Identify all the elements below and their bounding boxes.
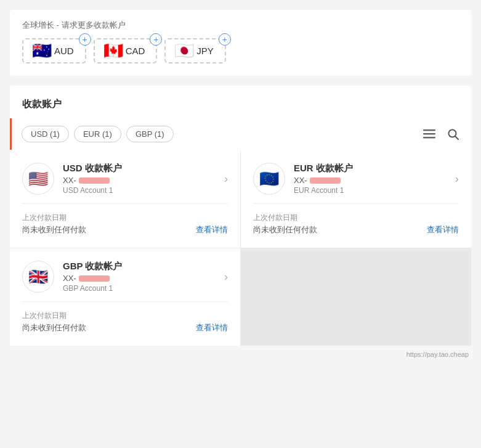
eur-flag-circle: 🇪🇺 (253, 163, 285, 195)
jpy-label: JPY (196, 46, 214, 56)
usd-account-card[interactable]: 🇺🇸 USD 收款帐户 XX- USD Account 1 › (10, 150, 240, 248)
eur-account-header: 🇪🇺 EUR 收款帐户 XX- EUR Account 1 › (253, 163, 459, 195)
eur-account-footer: 上次付款日期 尚未收到任何付款 查看详情 (253, 213, 459, 235)
gbp-account-name: GBP 收款帐户 (63, 261, 122, 272)
usd-payment-status: 尚未收到任何付款 (22, 224, 86, 235)
filter-tab-eur[interactable]: EUR (1) (74, 126, 121, 142)
gbp-account-details: GBP 收款帐户 XX- GBP Account 1 (63, 261, 122, 293)
page-wrapper: 全球增长 - 请求更多收款帐户 + 🇦🇺 AUD + 🇨🇦 CAD + 🇯🇵 J… (0, 0, 481, 448)
gbp-chevron-right-icon: › (224, 271, 228, 283)
add-aud-button[interactable]: + 🇦🇺 AUD (22, 38, 86, 63)
gbp-account-alias: GBP Account 1 (63, 284, 122, 293)
plus-icon-aud: + (79, 33, 91, 46)
cad-flag-icon: 🇨🇦 (106, 46, 121, 56)
add-jpy-button[interactable]: + 🇯🇵 JPY (164, 38, 226, 63)
gbp-payment-label: 上次付款日期 (22, 311, 86, 321)
usd-payment-info: 上次付款日期 尚未收到任何付款 (22, 213, 86, 235)
gbp-account-footer: 上次付款日期 尚未收到任何付款 查看详情 (22, 311, 228, 333)
filter-tab-usd[interactable]: USD (1) (22, 126, 69, 142)
usd-divider (22, 203, 228, 204)
gbp-account-info: 🇬🇧 GBP 收款帐户 XX- GBP Account 1 (22, 261, 122, 293)
eur-account-card[interactable]: 🇪🇺 EUR 收款帐户 XX- EUR Account 1 › (241, 150, 471, 248)
eur-view-details-link[interactable]: 查看详情 (427, 224, 459, 235)
filter-tab-gbp[interactable]: GBP (1) (126, 126, 174, 142)
svg-rect-0 (423, 129, 435, 131)
gbp-flag-circle: 🇬🇧 (22, 261, 54, 293)
filter-tabs: USD (1) EUR (1) GBP (1) (22, 126, 421, 142)
eur-flag-icon: 🇪🇺 (259, 169, 279, 189)
gbp-account-header: 🇬🇧 GBP 收款帐户 XX- GBP Account 1 › (22, 261, 228, 293)
eur-account-info: 🇪🇺 EUR 收款帐户 XX- EUR Account 1 (253, 163, 353, 195)
usd-card-inner: 🇺🇸 USD 收款帐户 XX- USD Account 1 › (22, 163, 228, 235)
currency-buttons-container: + 🇦🇺 AUD + 🇨🇦 CAD + 🇯🇵 JPY (22, 38, 459, 63)
global-growth-title: 全球增长 - 请求更多收款帐户 (22, 20, 459, 31)
usd-redacted-number (79, 177, 110, 184)
eur-redacted-number (310, 177, 341, 184)
plus-icon-cad: + (150, 33, 162, 46)
aud-flag-icon: 🇦🇺 (34, 46, 49, 56)
search-icon (448, 129, 459, 140)
eur-payment-label: 上次付款日期 (253, 213, 317, 223)
usd-view-details-link[interactable]: 查看详情 (196, 224, 228, 235)
usd-payment-label: 上次付款日期 (22, 213, 86, 223)
gbp-account-number: XX- (63, 274, 122, 283)
eur-payment-info: 上次付款日期 尚未收到任何付款 (253, 213, 317, 235)
search-icon-button[interactable] (445, 126, 461, 142)
gbp-payment-status: 尚未收到任何付款 (22, 322, 86, 333)
gbp-payment-info: 上次付款日期 尚未收到任何付款 (22, 311, 86, 333)
usd-account-info: 🇺🇸 USD 收款帐户 XX- USD Account 1 (22, 163, 122, 195)
gbp-view-details-link[interactable]: 查看详情 (196, 322, 228, 333)
gbp-card-inner: 🇬🇧 GBP 收款帐户 XX- GBP Account 1 › (22, 261, 228, 333)
usd-account-footer: 上次付款日期 尚未收到任何付款 查看详情 (22, 213, 228, 235)
svg-rect-1 (423, 133, 435, 135)
eur-payment-status: 尚未收到任何付款 (253, 224, 317, 235)
usd-chevron-right-icon: › (224, 173, 228, 185)
accounts-section: 收款账户 USD (1) EUR (1) GBP (1) (10, 86, 471, 346)
gbp-divider (22, 301, 228, 302)
eur-account-details: EUR 收款帐户 XX- EUR Account 1 (294, 163, 353, 195)
aud-label: AUD (54, 46, 74, 56)
list-view-icon-button[interactable] (421, 127, 438, 142)
add-cad-button[interactable]: + 🇨🇦 CAD (94, 38, 158, 63)
usd-account-details: USD 收款帐户 XX- USD Account 1 (63, 163, 122, 195)
list-icon (423, 129, 435, 139)
bottom-url: https://pay.tao.cheap (10, 346, 471, 358)
global-growth-section: 全球增长 - 请求更多收款帐户 + 🇦🇺 AUD + 🇨🇦 CAD + 🇯🇵 J… (10, 10, 471, 76)
filter-actions (421, 126, 461, 142)
svg-rect-2 (423, 137, 435, 139)
gbp-flag-icon: 🇬🇧 (28, 267, 48, 287)
jpy-flag-icon: 🇯🇵 (177, 46, 192, 56)
eur-divider (253, 203, 459, 204)
filter-bar: USD (1) EUR (1) GBP (1) (10, 118, 471, 150)
eur-account-alias: EUR Account 1 (294, 186, 353, 195)
usd-flag-icon: 🇺🇸 (28, 169, 48, 189)
gbp-redacted-number (79, 275, 110, 282)
usd-account-alias: USD Account 1 (63, 186, 122, 195)
eur-chevron-right-icon: › (455, 173, 459, 185)
cad-label: CAD (126, 46, 145, 56)
usd-account-header: 🇺🇸 USD 收款帐户 XX- USD Account 1 › (22, 163, 228, 195)
eur-card-inner: 🇪🇺 EUR 收款帐户 XX- EUR Account 1 › (253, 163, 459, 235)
eur-account-number: XX- (294, 176, 353, 185)
usd-account-name: USD 收款帐户 (63, 163, 122, 174)
gbp-account-card[interactable]: 🇬🇧 GBP 收款帐户 XX- GBP Account 1 › (10, 248, 240, 346)
usd-flag-circle: 🇺🇸 (22, 163, 54, 195)
plus-icon-jpy: + (219, 33, 231, 46)
section-title: 收款账户 (10, 86, 471, 118)
accounts-grid: 🇺🇸 USD 收款帐户 XX- USD Account 1 › (10, 150, 471, 346)
eur-account-name: EUR 收款帐户 (294, 163, 353, 174)
svg-line-4 (455, 136, 458, 139)
usd-account-number: XX- (63, 176, 122, 185)
